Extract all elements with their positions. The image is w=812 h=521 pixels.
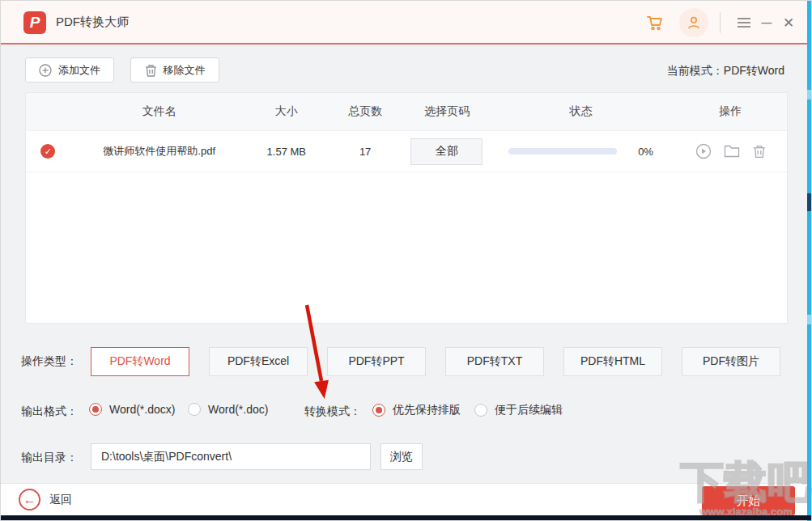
radio-easy-edit-label: 便于后续编辑 — [495, 403, 563, 417]
row-pages: 17 — [325, 146, 406, 158]
app-window: P PDF转换大师 ─ ✕ 添加文件 移除文件 — [0, 0, 812, 521]
table-row: ✓ 微讲师软件使用帮助.pdf 1.57 MB 17 全部 0% — [26, 131, 787, 172]
desktop-edge-segment — [807, 90, 811, 100]
footer-bar: ← 返回 — [1, 483, 811, 517]
app-title: PDF转换大师 — [56, 15, 129, 30]
op-pdf-to-image-button[interactable]: PDF转图片 — [682, 347, 780, 376]
app-logo-icon: P — [23, 11, 46, 34]
desktop-edge-strip — [807, 1, 811, 521]
add-file-label: 添加文件 — [58, 63, 100, 78]
radio-unselected-icon — [474, 404, 487, 417]
desktop-bottom-strip — [1, 515, 811, 520]
radio-unselected-icon — [188, 403, 201, 416]
browse-button[interactable]: 浏览 — [380, 443, 423, 470]
row-filename: 微讲师软件使用帮助.pdf — [70, 144, 249, 159]
progress-bar — [508, 148, 617, 155]
hamburger-menu-icon[interactable] — [733, 12, 755, 33]
header-size: 大小 — [248, 104, 325, 119]
desktop-edge-segment — [807, 193, 811, 211]
close-icon[interactable]: ✕ — [778, 12, 799, 33]
title-bar: P PDF转换大师 ─ ✕ — [1, 1, 811, 44]
radio-word-doc-label: Word(*.doc) — [208, 403, 268, 416]
radio-word-docx-label: Word(*.docx) — [109, 403, 175, 416]
op-pdf-to-txt-button[interactable]: PDF转TXT — [445, 347, 544, 376]
back-button[interactable]: ← 返回 — [19, 489, 72, 510]
current-mode-label: 当前模式：PDF转Word — [667, 64, 784, 78]
radio-word-docx[interactable]: Word(*.docx) — [89, 403, 175, 416]
convert-mode-label: 转换模式： — [304, 405, 361, 419]
user-account-icon[interactable] — [679, 8, 708, 37]
desktop-edge-segment — [807, 315, 811, 324]
header-pages: 总页数 — [325, 104, 406, 119]
add-file-button[interactable]: 添加文件 — [25, 57, 114, 83]
remove-file-button[interactable]: 移除文件 — [130, 57, 219, 83]
radio-keep-layout-label: 优先保持排版 — [393, 403, 461, 417]
operation-type-label: 操作类型： — [21, 354, 78, 369]
minimize-icon[interactable]: ─ — [756, 12, 777, 33]
row-checkbox-checked-icon[interactable]: ✓ — [40, 144, 55, 159]
radio-selected-icon — [89, 403, 102, 416]
radio-easy-edit[interactable]: 便于后续编辑 — [474, 403, 563, 417]
shopping-cart-icon[interactable] — [644, 12, 665, 33]
page-select-all-button[interactable]: 全部 — [410, 138, 483, 165]
op-pdf-to-html-button[interactable]: PDF转HTML — [563, 347, 662, 376]
op-pdf-to-word-button[interactable]: PDF转Word — [91, 347, 189, 376]
output-dir-input[interactable] — [91, 443, 371, 470]
radio-selected-icon — [372, 404, 385, 417]
back-label: 返回 — [49, 493, 72, 507]
row-size: 1.57 MB — [248, 146, 325, 158]
op-pdf-to-ppt-button[interactable]: PDF转PPT — [327, 347, 426, 376]
op-pdf-to-excel-button[interactable]: PDF转Excel — [209, 347, 308, 376]
header-page-select: 选择页码 — [406, 104, 488, 119]
trash-icon — [145, 64, 157, 77]
progress-percent: 0% — [638, 146, 653, 158]
output-dir-label: 输出目录： — [21, 451, 78, 465]
play-icon[interactable] — [695, 143, 712, 159]
delete-row-icon[interactable] — [753, 144, 766, 159]
file-table: 文件名 大小 总页数 选择页码 状态 操作 ✓ 微讲师软件使用帮助.pdf 1.… — [25, 92, 788, 324]
back-arrow-icon: ← — [19, 489, 40, 510]
remove-file-label: 移除文件 — [164, 63, 206, 78]
header-status: 状态 — [488, 104, 674, 119]
radio-keep-layout[interactable]: 优先保持排版 — [372, 403, 461, 417]
header-filename: 文件名 — [70, 104, 249, 119]
plus-circle-icon — [39, 64, 52, 77]
operation-type-group: PDF转Word PDF转Excel PDF转PPT PDF转TXT PDF转H… — [91, 347, 780, 376]
table-header-row: 文件名 大小 总页数 选择页码 状态 操作 — [26, 93, 787, 131]
titlebar-divider — [720, 12, 721, 33]
output-format-label: 输出格式： — [21, 405, 78, 419]
header-actions: 操作 — [674, 104, 787, 119]
open-folder-icon[interactable] — [724, 144, 741, 159]
radio-word-doc[interactable]: Word(*.doc) — [188, 403, 268, 416]
start-button[interactable]: 开始 — [702, 486, 795, 515]
